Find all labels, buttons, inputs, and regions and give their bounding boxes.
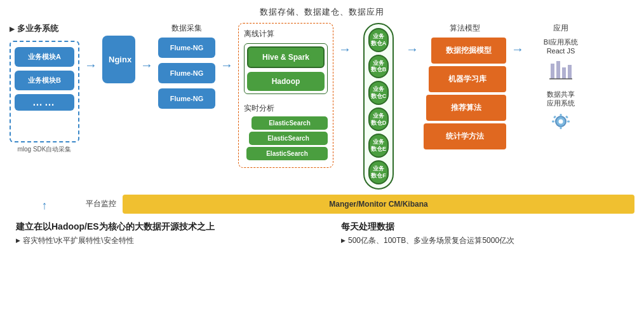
top-title: 数据存储、数据建仓、数据应用: [10, 6, 634, 18]
monitor-bar: Manger/Monitor CM/Kibana: [123, 195, 634, 214]
flume-list: Flume-NG Flume-NG Flume-NG: [158, 38, 215, 114]
es-box-2: ElasticSearch: [249, 132, 328, 145]
bottom-row: ↑ 平台监控 Manger/Monitor CM/Kibana: [10, 195, 634, 214]
dw-item-c: 业务数仓C: [368, 81, 389, 105]
bottom-text: 建立在以Hadoop/ES为核心的大数据开源技术之上 容灾特性\水平扩展特性\安…: [10, 221, 634, 246]
app-bi-icon: [529, 59, 593, 83]
algo-box-3: 推荐算法: [426, 95, 506, 121]
dw-item-f: 业务数仓F: [368, 160, 389, 184]
arrow-biz-to-nginx: →: [84, 23, 97, 73]
algo-box-1: 数据挖掘模型: [431, 38, 506, 64]
biz-header: 多业务系统: [10, 23, 79, 34]
svg-rect-10: [567, 121, 570, 123]
diagram-area: 多业务系统 业务模块A 业务模块B …… mlog SDK自动采集 → Ngin…: [10, 23, 634, 190]
arrow-compute-to-warehouse: →: [339, 23, 351, 57]
svg-rect-0: [551, 64, 554, 79]
warehouse-section: 业务数仓A 业务数仓B 业务数仓C 业务数仓D 业务数仓E 业务数仓F: [356, 23, 401, 190]
algo-box-4: 统计学方法: [424, 123, 506, 149]
dw-group: 业务数仓A 业务数仓B 业务数仓C 业务数仓D 业务数仓E 业务数仓F: [368, 28, 389, 184]
dw-item-e: 业务数仓E: [368, 134, 389, 158]
compute-combined: 离线计算 Hive & Spark Hadoop 实时分析 ElasticSea…: [238, 23, 333, 168]
biz-module-a: 业务模块A: [15, 47, 74, 67]
compute-section: 离线计算 Hive & Spark Hadoop 实时分析 ElasticSea…: [238, 23, 333, 168]
biz-modules-container: 业务模块A 业务模块B ……: [10, 41, 79, 142]
biz-sub-label: mlog SDK自动采集: [10, 145, 79, 154]
collect-section: 数据采集 Flume-NG Flume-NG Flume-NG: [158, 23, 215, 114]
collect-label: 数据采集: [158, 23, 215, 34]
biz-module-dots: ……: [15, 94, 74, 111]
bottom-right: 每天处理数据 500亿条、100TB、多业务场景复合运算5000亿次: [341, 221, 628, 246]
arrow-warehouse-to-algo: →: [406, 23, 419, 57]
realtime-label: 实时分析: [244, 103, 328, 114]
bottom-left-sub: 容灾特性\水平扩展特性\安全特性: [16, 235, 303, 246]
bottom-right-bold: 每天处理数据: [341, 221, 628, 233]
algo-label: 算法模型: [424, 23, 506, 34]
svg-rect-9: [552, 121, 554, 123]
nginx-box: Nginx: [102, 36, 135, 83]
dw-item-b: 业务数仓B: [368, 55, 389, 79]
biz-module-b: 业务模块B: [15, 71, 74, 90]
svg-rect-3: [568, 65, 572, 79]
algo-box-2: 机器学习库: [429, 66, 506, 92]
bottom-left-bold: 建立在以Hadoop/ES为核心的大数据开源技术之上: [16, 221, 303, 233]
app-bi-label: BI应用系统React JS: [529, 38, 593, 56]
es-box-3: ElasticSearch: [246, 147, 328, 160]
app-share-icon: [529, 110, 593, 135]
svg-rect-7: [560, 114, 562, 116]
dw-item-d: 业务数仓D: [368, 107, 389, 132]
arrow-nginx-to-flume: →: [140, 23, 153, 73]
hive-hadoop-group: Hive & Spark Hadoop: [244, 43, 328, 94]
svg-point-6: [559, 120, 563, 124]
app-share-label: 数据共享应用系统: [529, 90, 593, 108]
app-section: 应用 BI应用系统React JS 数据共享应用系统: [529, 23, 593, 135]
dw-outer: 业务数仓A 业务数仓B 业务数仓C 业务数仓D 业务数仓E 业务数仓F: [363, 23, 394, 190]
bottom-right-sub: 500亿条、100TB、多业务场景复合运算5000亿次: [341, 235, 628, 246]
svg-rect-1: [556, 61, 560, 79]
hive-spark-box: Hive & Spark: [247, 46, 325, 68]
svg-rect-11: [553, 116, 556, 119]
monitor-label: 平台监控: [86, 198, 116, 209]
svg-rect-8: [560, 127, 562, 129]
offline-label: 离线计算: [244, 29, 328, 39]
es-box-1: ElasticSearch: [252, 116, 328, 130]
arrow-algo-to-app: →: [511, 23, 524, 57]
up-arrow-icon: ↑: [10, 199, 79, 212]
nginx-section: Nginx: [102, 23, 135, 83]
algo-section: 算法模型 数据挖掘模型 机器学习库 推荐算法 统计学方法: [424, 23, 506, 152]
main-container: 数据存储、数据建仓、数据应用 多业务系统 业务模块A 业务模块B …… mlog…: [0, 0, 644, 318]
flume-box-3: Flume-NG: [158, 88, 215, 109]
biz-system-section: 多业务系统 业务模块A 业务模块B …… mlog SDK自动采集: [10, 23, 79, 154]
arrow-flume-to-compute: →: [220, 23, 233, 73]
svg-rect-2: [562, 67, 566, 79]
flume-box-1: Flume-NG: [158, 38, 215, 58]
flume-box-2: Flume-NG: [158, 63, 215, 83]
dw-item-a: 业务数仓A: [368, 28, 389, 52]
svg-rect-12: [565, 116, 568, 119]
app-label: 应用: [529, 23, 593, 34]
bottom-left: 建立在以Hadoop/ES为核心的大数据开源技术之上 容灾特性\水平扩展特性\安…: [16, 221, 303, 246]
hadoop-box: Hadoop: [247, 72, 325, 91]
es-stack: ElasticSearch ElasticSearch ElasticSearc…: [246, 116, 328, 162]
algo-stack: 数据挖掘模型 机器学习库 推荐算法 统计学方法: [424, 38, 506, 152]
app-bi: BI应用系统React JS: [529, 38, 593, 83]
